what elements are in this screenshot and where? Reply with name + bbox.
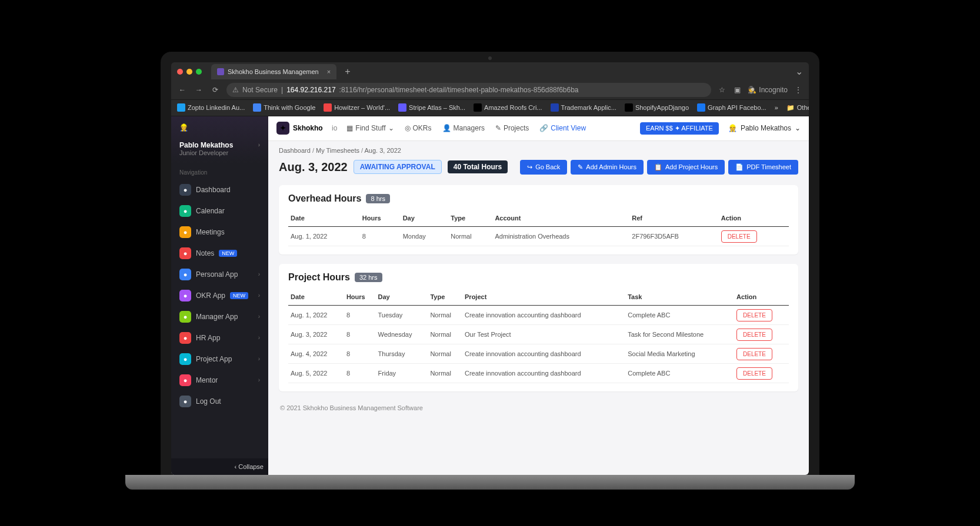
column-header: Account — [492, 210, 629, 227]
chevron-right-icon: › — [258, 356, 260, 362]
not-secure-label: Not Secure — [242, 86, 278, 94]
sidebar-item-mentor[interactable]: ● Mentor › — [171, 370, 268, 391]
cell-hours: 8 — [344, 305, 376, 324]
project-badge: 32 hrs — [355, 273, 382, 282]
cell-type: Normal — [428, 363, 462, 383]
go-back-button[interactable]: ↪Go Back — [520, 160, 567, 175]
browser-menu-button[interactable]: ⋮ — [794, 85, 803, 95]
extension-icon[interactable]: ▣ — [732, 85, 742, 95]
browser-forward-button[interactable]: → — [194, 86, 204, 94]
sidebar-item-personal-app[interactable]: ● Personal App › — [171, 264, 268, 285]
sidebar-item-log-out[interactable]: ● Log Out — [171, 391, 268, 412]
avatar: 👷 — [179, 123, 194, 138]
address-input[interactable]: ⚠ Not Secure | 164.92.216.217:8116/hr/pe… — [226, 83, 711, 97]
delete-button[interactable]: DELETE — [721, 230, 757, 243]
bookmark-item[interactable]: Howitzer – World'... — [324, 103, 390, 112]
column-header: Date — [288, 289, 344, 306]
bookmark-item[interactable]: Graph API Facebo... — [697, 103, 766, 112]
sidebar-item-notes[interactable]: ● Notes NEW — [171, 243, 268, 264]
nav-icon: ● — [179, 184, 191, 196]
column-header: Project — [462, 289, 625, 306]
nav-icon: ● — [179, 226, 191, 238]
star-icon[interactable]: ☆ — [717, 85, 726, 95]
column-header: Day — [401, 210, 449, 227]
new-tab-button[interactable]: + — [345, 66, 350, 77]
topnav-managers[interactable]: 👤Managers — [442, 124, 485, 132]
table-row: Aug. 1, 20228MondayNormalAdministration … — [288, 226, 789, 246]
sidebar-item-dashboard[interactable]: ● Dashboard — [171, 179, 268, 200]
collapse-button[interactable]: ‹ Collapse — [171, 458, 268, 475]
add-project-hours-button[interactable]: 📋Add Project Hours — [647, 160, 725, 175]
cell-type: Normal — [448, 226, 492, 246]
project-table: DateHoursDayTypeProjectTaskAction Aug. 1… — [288, 289, 789, 383]
column-header: Action — [734, 289, 789, 306]
breadcrumb-item[interactable]: My Timesheets — [316, 147, 359, 154]
sidebar-item-hr-app[interactable]: ● HR App › — [171, 327, 268, 349]
topnav-icon: ◎ — [405, 124, 411, 132]
tab-close-icon[interactable]: × — [327, 68, 331, 75]
logo[interactable]: ✦ Skhokho io — [276, 122, 337, 135]
sidebar-item-label: Log Out — [196, 397, 221, 406]
sidebar: 👷 Pablo Mekathos › Junior Developer Navi… — [171, 116, 268, 475]
bookmark-item[interactable]: ShopifyAppDjango — [625, 103, 689, 112]
window-minimize[interactable] — [186, 69, 192, 75]
sidebar-item-label: Manager App — [196, 313, 238, 321]
affiliate-button[interactable]: EARN $$ ✦ AFFILIATE — [640, 122, 719, 135]
nav-icon: ● — [179, 332, 191, 344]
top-nav: ✦ Skhokho io ▦Find Stuff ⌄◎OKRs👤Managers… — [268, 116, 809, 141]
bookmarks-overflow[interactable]: » — [775, 104, 778, 111]
pdf-timesheet-button[interactable]: 📄PDF Timesheet — [728, 160, 798, 175]
bookmark-item[interactable]: Stripe Atlas – Skh... — [398, 103, 465, 112]
browser-tab[interactable]: Skhokho Business Managemen × — [211, 64, 336, 79]
cell-task: Complete ABC — [625, 305, 734, 324]
sidebar-item-okr-app[interactable]: ● OKR App NEW › — [171, 285, 268, 306]
topnav-client-view[interactable]: 🔗Client View — [539, 124, 586, 132]
overhead-hours-card: Overhead Hours 8 hrs DateHoursDayTypeAcc… — [279, 185, 798, 254]
topnav-icon: ✎ — [495, 124, 501, 132]
sidebar-item-manager-app[interactable]: ● Manager App › — [171, 306, 268, 327]
button-icon: ↪ — [527, 163, 532, 171]
other-bookmarks[interactable]: 📁 Other Bookmarks — [786, 104, 809, 112]
total-hours-badge: 40 Total Hours — [448, 160, 508, 173]
delete-button[interactable]: DELETE — [736, 348, 772, 360]
window-maximize[interactable] — [196, 69, 202, 75]
delete-button[interactable]: DELETE — [736, 309, 772, 321]
cell-day: Tuesday — [376, 305, 428, 324]
topnav-okrs[interactable]: ◎OKRs — [405, 124, 432, 132]
cell-hours: 8 — [344, 344, 376, 363]
project-title: Project Hours — [288, 272, 350, 283]
add-admin-hours-button[interactable]: ✎Add Admin Hours — [571, 160, 644, 175]
sidebar-item-calendar[interactable]: ● Calendar — [171, 200, 268, 222]
sidebar-username[interactable]: Pablo Mekathos › — [179, 141, 260, 149]
bookmark-icon — [625, 103, 633, 112]
window-close[interactable] — [177, 69, 183, 75]
browser-address-bar: ← → ⟳ ⚠ Not Secure | 164.92.216.217:8116… — [171, 81, 809, 100]
user-menu[interactable]: 👷 Pablo Mekathos ⌄ — [728, 124, 801, 132]
nav-icon: ● — [179, 247, 191, 259]
browser-reload-button[interactable]: ⟳ — [210, 86, 221, 94]
bookmark-item[interactable]: Zopto Linkedin Au... — [177, 103, 245, 112]
breadcrumb-item[interactable]: Dashboard — [279, 147, 311, 154]
cell-type: Normal — [428, 344, 462, 363]
topnav-icon: 🔗 — [539, 124, 548, 132]
bookmark-item[interactable]: Amazed Roofs Cri... — [474, 103, 542, 112]
sidebar-role: Junior Developer — [179, 149, 260, 156]
cell-account: Administration Overheads — [492, 226, 629, 246]
column-header: Type — [448, 210, 492, 227]
bookmark-item[interactable]: Think with Google — [253, 103, 315, 112]
cell-project: Our Test Project — [462, 324, 625, 344]
column-header: Hours — [360, 210, 401, 227]
tabs-chevron-icon[interactable]: ⌄ — [795, 66, 803, 77]
table-row: Aug. 4, 20228ThursdayNormalCreate innova… — [288, 344, 789, 363]
browser-back-button[interactable]: ← — [177, 86, 188, 94]
sidebar-item-meetings[interactable]: ● Meetings — [171, 222, 268, 243]
overhead-title: Overhead Hours — [288, 193, 361, 204]
bookmark-item[interactable]: Trademark Applic... — [551, 103, 616, 112]
topnav-projects[interactable]: ✎Projects — [495, 124, 529, 132]
delete-button[interactable]: DELETE — [736, 329, 772, 341]
sidebar-item-project-app[interactable]: ● Project App › — [171, 349, 268, 370]
cell-day: Monday — [401, 226, 449, 246]
topnav-find-stuff[interactable]: ▦Find Stuff ⌄ — [346, 124, 394, 132]
delete-button[interactable]: DELETE — [736, 367, 772, 380]
incognito-indicator[interactable]: 🕵 Incognito — [748, 86, 788, 94]
